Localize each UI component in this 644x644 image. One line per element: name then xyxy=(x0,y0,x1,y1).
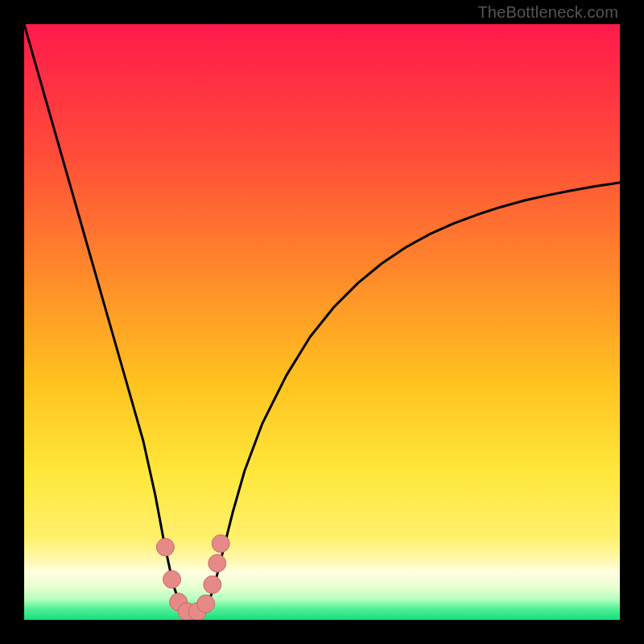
chart-frame: TheBottleneck.com xyxy=(0,0,644,644)
curve-marker xyxy=(156,539,174,556)
curve-path xyxy=(24,24,620,613)
curve-markers xyxy=(156,535,229,620)
plot-area xyxy=(24,24,620,620)
curve-marker xyxy=(204,576,221,593)
curve-marker xyxy=(163,571,181,588)
curve-marker xyxy=(212,535,229,552)
bottleneck-curve xyxy=(24,24,620,613)
curve-marker xyxy=(197,595,215,613)
curve-marker xyxy=(208,555,226,572)
watermark-text: TheBottleneck.com xyxy=(477,3,618,22)
chart-svg xyxy=(24,24,620,620)
